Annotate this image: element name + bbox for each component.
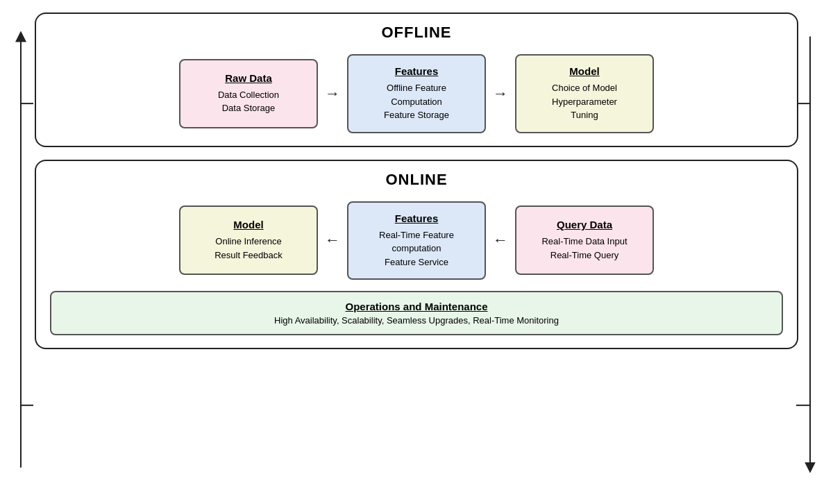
online-arrow-1: ← — [318, 231, 347, 249]
offline-cards-row: Raw Data Data Collection Data Storage → … — [50, 54, 783, 133]
query-data-card: Query Data Real-Time Data Input Real-Tim… — [515, 205, 654, 275]
online-title: ONLINE — [50, 171, 783, 189]
raw-data-content: Data Collection Data Storage — [218, 88, 279, 115]
offline-arrow-1: → — [318, 85, 347, 103]
features-offline-content: Offline Feature Computation Feature Stor… — [384, 81, 449, 122]
online-cards-row: Model Online Inference Result Feedback ←… — [50, 201, 783, 280]
operations-title: Operations and Maintenance — [65, 301, 768, 312]
raw-data-card: Raw Data Data Collection Data Storage — [179, 59, 318, 128]
model-online-title: Model — [233, 219, 263, 230]
model-offline-content: Choice of Model Hyperparameter Tuning — [552, 81, 617, 122]
query-data-title: Query Data — [557, 219, 612, 230]
model-offline-title: Model — [569, 65, 599, 77]
offline-title: OFFLINE — [50, 24, 783, 42]
query-data-content: Real-Time Data Input Real-Time Query — [541, 235, 627, 262]
raw-data-title: Raw Data — [225, 72, 272, 84]
features-online-card: Features Real-Time Feature computation F… — [347, 201, 486, 280]
features-offline-card: Features Offline Feature Computation Fea… — [347, 54, 486, 133]
online-deployment-arrow — [796, 12, 833, 492]
model-online-card: Model Online Inference Result Feedback — [179, 205, 318, 275]
features-online-title: Features — [395, 212, 439, 224]
features-offline-title: Features — [395, 65, 439, 77]
features-online-content: Real-Time Feature computation Feature Se… — [379, 228, 454, 269]
model-offline-card: Model Choice of Model Hyperparameter Tun… — [515, 54, 654, 133]
online-arrow-2: ← — [486, 231, 515, 249]
online-section: ONLINE Model Online Inference Result Fee… — [35, 160, 798, 350]
diagram-wrapper: Iterative Updates Online Deployment OFFL… — [35, 12, 798, 492]
iterative-updates-arrow — [0, 12, 35, 492]
operations-bar: Operations and Maintenance High Availabi… — [50, 291, 783, 335]
operations-content: High Availability, Scalability, Seamless… — [65, 315, 768, 326]
offline-arrow-2: → — [486, 85, 515, 103]
model-online-content: Online Inference Result Feedback — [214, 235, 283, 262]
offline-section: OFFLINE Raw Data Data Collection Data St… — [35, 12, 798, 147]
